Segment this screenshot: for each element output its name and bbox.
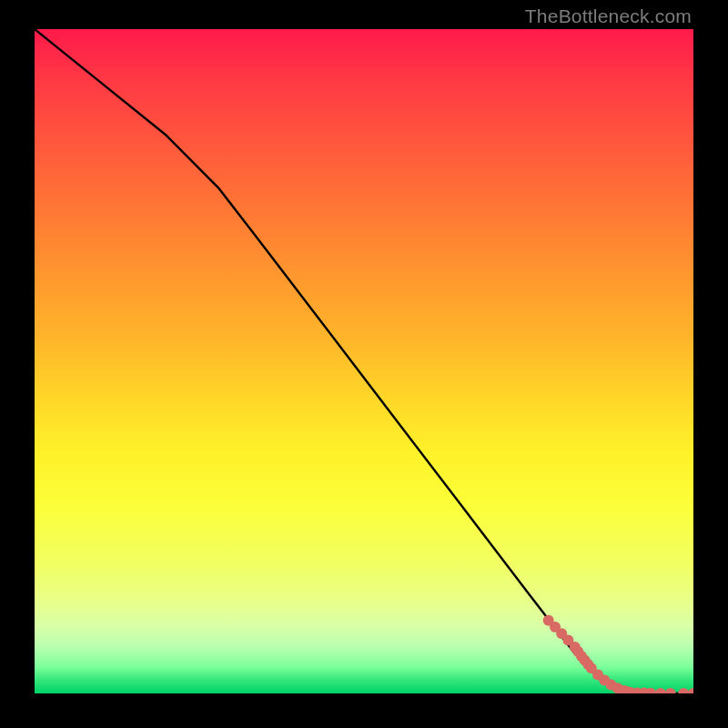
data-point (688, 688, 693, 693)
chart-frame: TheBottleneck.com (0, 0, 728, 728)
curve-path (35, 29, 693, 693)
data-point (665, 688, 676, 693)
line-series (35, 29, 693, 693)
plot-area (35, 29, 693, 693)
data-point (678, 688, 689, 693)
scatter-series (543, 615, 693, 693)
chart-overlay (35, 29, 693, 693)
watermark-text: TheBottleneck.com (525, 5, 692, 27)
data-point (655, 688, 666, 693)
